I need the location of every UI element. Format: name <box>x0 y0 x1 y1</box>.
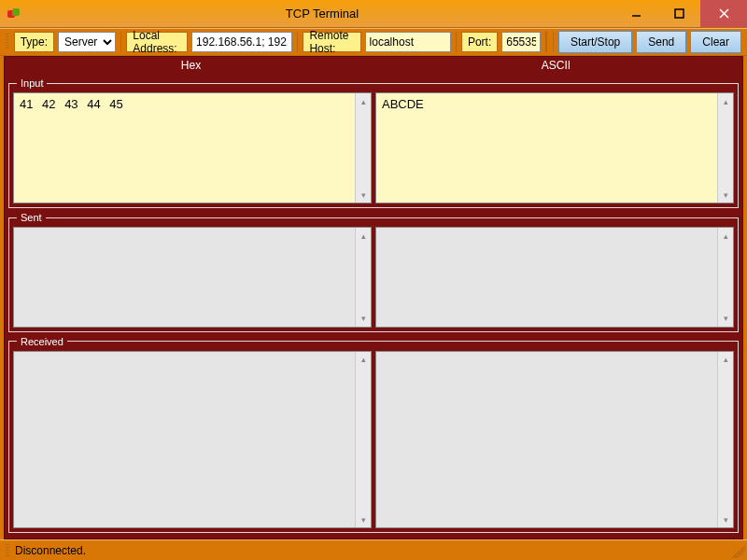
close-button[interactable] <box>700 0 747 27</box>
toolbar-separator <box>456 32 457 52</box>
svg-rect-1 <box>675 9 684 18</box>
minimize-button[interactable] <box>614 0 657 27</box>
maximize-icon <box>674 8 684 19</box>
resize-grip[interactable] <box>732 545 745 558</box>
input-group: Input 41 42 43 44 45 ▴ ▾ ABCDE ▴ ▾ <box>8 77 739 208</box>
start-stop-button[interactable]: Start/Stop <box>558 31 632 53</box>
sent-hex-panel[interactable]: ▴ ▾ <box>13 227 372 327</box>
input-legend: Input <box>17 77 47 89</box>
scrollbar[interactable]: ▴ ▾ <box>355 93 371 203</box>
sent-ascii-panel[interactable]: ▴ ▾ <box>375 227 734 327</box>
input-hex-content: 41 42 43 44 45 <box>20 97 354 111</box>
clear-button[interactable]: Clear <box>690 31 741 53</box>
port-label: Port: <box>461 32 498 52</box>
scroll-down-icon[interactable]: ▾ <box>718 511 733 527</box>
remote-host-input[interactable] <box>365 32 451 52</box>
scrollbar[interactable]: ▴ ▾ <box>355 352 371 527</box>
maximize-button[interactable] <box>657 0 700 27</box>
scrollbar[interactable]: ▴ ▾ <box>717 352 733 527</box>
local-address-input[interactable] <box>191 32 292 52</box>
type-label: Type: <box>14 32 54 52</box>
ascii-column-header: ASCII <box>374 59 739 76</box>
send-button[interactable]: Send <box>636 31 686 53</box>
scroll-up-icon[interactable]: ▴ <box>356 352 371 368</box>
input-ascii-panel[interactable]: ABCDE ▴ ▾ <box>375 92 734 203</box>
scroll-down-icon[interactable]: ▾ <box>356 511 371 527</box>
scrollbar[interactable]: ▴ ▾ <box>717 228 733 326</box>
remote-host-label: Remote Host: <box>303 32 360 52</box>
local-address-label: Local Address: <box>126 32 188 52</box>
scroll-down-icon[interactable]: ▾ <box>356 311 371 327</box>
toolbar-separator <box>545 32 546 52</box>
minimize-icon <box>631 8 641 19</box>
scroll-up-icon[interactable]: ▴ <box>718 352 733 368</box>
scrollbar[interactable]: ▴ ▾ <box>355 228 371 326</box>
input-ascii-content: ABCDE <box>382 97 716 111</box>
close-icon <box>719 8 729 19</box>
received-legend: Received <box>17 336 67 347</box>
received-hex-panel[interactable]: ▴ ▾ <box>13 351 372 528</box>
main-area: Hex ASCII Input 41 42 43 44 45 ▴ ▾ ABCDE… <box>4 56 743 539</box>
status-grip <box>6 544 9 557</box>
scroll-down-icon[interactable]: ▾ <box>718 187 733 203</box>
port-input[interactable] <box>501 32 541 52</box>
toolbar-separator <box>120 32 121 52</box>
type-select[interactable]: Server <box>58 32 116 52</box>
hex-column-header: Hex <box>8 59 374 76</box>
toolbar-grip[interactable] <box>6 34 8 50</box>
status-bar: Disconnected. <box>0 539 747 560</box>
received-ascii-panel[interactable]: ▴ ▾ <box>375 351 734 528</box>
scroll-down-icon[interactable]: ▾ <box>718 311 733 327</box>
status-text: Disconnected. <box>15 544 86 557</box>
title-bar: TCP Terminal <box>0 0 747 28</box>
received-group: Received ▴ ▾ ▴ ▾ <box>8 336 739 533</box>
scroll-down-icon[interactable]: ▾ <box>356 187 371 203</box>
scroll-up-icon[interactable]: ▴ <box>718 93 733 109</box>
window-controls <box>614 0 747 27</box>
window-title: TCP Terminal <box>30 7 614 21</box>
toolbar: Type: Server Local Address: Remote Host:… <box>0 28 747 56</box>
scrollbar[interactable]: ▴ ▾ <box>717 93 733 203</box>
scroll-up-icon[interactable]: ▴ <box>718 228 733 244</box>
scroll-up-icon[interactable]: ▴ <box>356 228 371 244</box>
scroll-up-icon[interactable]: ▴ <box>356 93 371 109</box>
toolbar-separator <box>297 32 298 52</box>
input-hex-panel[interactable]: 41 42 43 44 45 ▴ ▾ <box>13 92 372 203</box>
toolbar-separator <box>553 32 554 52</box>
app-icon <box>7 7 22 21</box>
column-headers: Hex ASCII <box>8 59 739 76</box>
sent-legend: Sent <box>17 212 46 223</box>
sent-group: Sent ▴ ▾ ▴ ▾ <box>8 212 739 331</box>
